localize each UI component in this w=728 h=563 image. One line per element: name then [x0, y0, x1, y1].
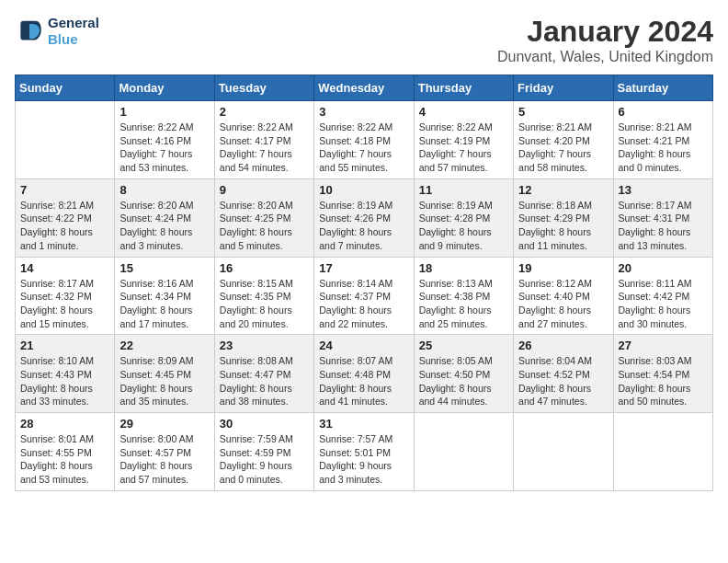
day-number: 20 [619, 261, 708, 275]
sunrise: Sunrise: 8:01 AM [20, 432, 109, 446]
calendar-cell: 31Sunrise: 7:57 AMSunset: 5:01 PMDayligh… [314, 413, 414, 491]
day-info: Sunrise: 8:21 AMSunset: 4:20 PMDaylight:… [518, 121, 608, 175]
sunset: Sunset: 4:59 PM [220, 446, 309, 460]
sunrise: Sunrise: 8:22 AM [419, 121, 508, 134]
sunset: Sunset: 4:17 PM [220, 134, 309, 148]
sunrise: Sunrise: 8:05 AM [419, 354, 508, 368]
day-info: Sunrise: 8:22 AMSunset: 4:16 PMDaylight:… [119, 121, 209, 175]
sunset: Sunset: 4:25 PM [220, 212, 309, 225]
sunset: Sunset: 4:24 PM [119, 212, 209, 225]
calendar-cell: 30Sunrise: 7:59 AMSunset: 4:59 PMDayligh… [214, 413, 313, 491]
day-info: Sunrise: 8:12 AMSunset: 4:40 PMDaylight:… [518, 277, 608, 331]
calendar-cell: 4Sunrise: 8:22 AMSunset: 4:19 PMDaylight… [414, 101, 513, 179]
header-monday: Monday [115, 75, 214, 101]
daylight: Daylight: 8 hours and 20 minutes. [220, 304, 309, 330]
calendar-cell: 12Sunrise: 8:18 AMSunset: 4:29 PMDayligh… [514, 178, 613, 257]
calendar-cell: 1Sunrise: 8:22 AMSunset: 4:16 PMDaylight… [115, 101, 214, 179]
sunset: Sunset: 4:52 PM [518, 368, 608, 382]
day-number: 4 [419, 105, 508, 119]
header-sunday: Sunday [16, 75, 115, 101]
day-info: Sunrise: 8:11 AMSunset: 4:42 PMDaylight:… [619, 277, 708, 331]
daylight: Daylight: 8 hours and 9 minutes. [419, 225, 508, 252]
day-info: Sunrise: 8:21 AMSunset: 4:22 PMDaylight:… [20, 199, 109, 253]
daylight: Daylight: 8 hours and 11 minutes. [518, 225, 608, 252]
sunset: Sunset: 4:19 PM [419, 134, 508, 148]
day-number: 9 [220, 183, 309, 197]
day-number: 1 [119, 105, 209, 119]
calendar-cell: 23Sunrise: 8:08 AMSunset: 4:47 PMDayligh… [214, 335, 313, 413]
calendar-subtitle: Dunvant, Wales, United Kingdom [497, 49, 713, 65]
day-info: Sunrise: 8:09 AMSunset: 4:45 PMDaylight:… [119, 354, 209, 408]
day-info: Sunrise: 8:18 AMSunset: 4:29 PMDaylight:… [518, 199, 608, 253]
daylight: Daylight: 8 hours and 5 minutes. [220, 225, 309, 252]
daylight: Daylight: 8 hours and 35 minutes. [119, 382, 209, 408]
calendar-cell [16, 101, 115, 179]
calendar-week-row: 14Sunrise: 8:17 AMSunset: 4:32 PMDayligh… [16, 257, 713, 335]
sunset: Sunset: 4:21 PM [619, 134, 708, 148]
daylight: Daylight: 9 hours and 3 minutes. [319, 459, 408, 486]
logo-text: General Blue [48, 15, 99, 48]
day-info: Sunrise: 8:05 AMSunset: 4:50 PMDaylight:… [419, 354, 508, 408]
sunset: Sunset: 4:20 PM [518, 134, 608, 148]
sunrise: Sunrise: 7:59 AM [220, 432, 309, 446]
day-number: 7 [20, 183, 109, 197]
sunset: Sunset: 4:48 PM [319, 368, 408, 382]
day-number: 17 [319, 261, 408, 275]
calendar-cell: 7Sunrise: 8:21 AMSunset: 4:22 PMDaylight… [16, 178, 115, 257]
day-number: 15 [119, 261, 209, 275]
sunrise: Sunrise: 8:12 AM [518, 277, 608, 291]
header-wednesday: Wednesday [314, 75, 414, 101]
header-tuesday: Tuesday [214, 75, 313, 101]
day-info: Sunrise: 8:01 AMSunset: 4:55 PMDaylight:… [20, 432, 109, 487]
daylight: Daylight: 8 hours and 47 minutes. [518, 382, 608, 408]
calendar-cell [514, 413, 613, 491]
calendar-cell: 8Sunrise: 8:20 AMSunset: 4:24 PMDaylight… [115, 178, 214, 257]
day-info: Sunrise: 8:17 AMSunset: 4:31 PMDaylight:… [619, 199, 708, 253]
sunrise: Sunrise: 8:19 AM [419, 199, 508, 213]
daylight: Daylight: 9 hours and 0 minutes. [220, 459, 309, 486]
day-number: 27 [619, 339, 708, 352]
day-number: 28 [20, 417, 109, 431]
daylight: Daylight: 7 hours and 55 minutes. [319, 147, 408, 174]
sunrise: Sunrise: 8:08 AM [220, 354, 309, 368]
calendar-cell: 3Sunrise: 8:22 AMSunset: 4:18 PMDaylight… [314, 101, 414, 179]
sunrise: Sunrise: 8:19 AM [319, 199, 408, 213]
calendar-cell: 24Sunrise: 8:07 AMSunset: 4:48 PMDayligh… [314, 335, 414, 413]
sunset: Sunset: 4:16 PM [119, 134, 209, 148]
day-info: Sunrise: 8:20 AMSunset: 4:24 PMDaylight:… [119, 199, 209, 253]
day-info: Sunrise: 7:59 AMSunset: 4:59 PMDaylight:… [220, 432, 309, 487]
day-info: Sunrise: 8:19 AMSunset: 4:28 PMDaylight:… [419, 199, 508, 253]
calendar-cell: 16Sunrise: 8:15 AMSunset: 4:35 PMDayligh… [214, 257, 313, 335]
day-number: 6 [619, 105, 708, 119]
calendar-cell: 9Sunrise: 8:20 AMSunset: 4:25 PMDaylight… [214, 178, 313, 257]
calendar-cell: 19Sunrise: 8:12 AMSunset: 4:40 PMDayligh… [514, 257, 613, 335]
day-number: 24 [319, 339, 408, 352]
calendar-cell: 25Sunrise: 8:05 AMSunset: 4:50 PMDayligh… [414, 335, 513, 413]
logo-icon [15, 17, 44, 46]
day-number: 5 [518, 105, 608, 119]
sunset: Sunset: 4:22 PM [20, 212, 109, 225]
sunset: Sunset: 4:43 PM [20, 368, 109, 382]
day-info: Sunrise: 7:57 AMSunset: 5:01 PMDaylight:… [319, 432, 408, 487]
daylight: Daylight: 8 hours and 25 minutes. [419, 304, 508, 330]
day-number: 29 [119, 417, 209, 431]
logo: General Blue [15, 15, 99, 48]
calendar-cell [414, 413, 513, 491]
sunrise: Sunrise: 8:21 AM [20, 199, 109, 213]
sunrise: Sunrise: 8:18 AM [518, 199, 608, 213]
header-thursday: Thursday [414, 75, 513, 101]
header: General Blue January 2024 Dunvant, Wales… [15, 15, 713, 65]
calendar-title: January 2024 [497, 15, 713, 49]
sunrise: Sunrise: 8:11 AM [619, 277, 708, 291]
daylight: Daylight: 8 hours and 22 minutes. [319, 304, 408, 330]
day-number: 19 [518, 261, 608, 275]
sunrise: Sunrise: 8:00 AM [119, 432, 209, 446]
sunrise: Sunrise: 8:21 AM [619, 121, 708, 134]
daylight: Daylight: 8 hours and 30 minutes. [619, 304, 708, 330]
day-number: 30 [220, 417, 309, 431]
calendar-cell: 28Sunrise: 8:01 AMSunset: 4:55 PMDayligh… [16, 413, 115, 491]
sunset: Sunset: 4:34 PM [119, 290, 209, 304]
sunset: Sunset: 4:45 PM [119, 368, 209, 382]
day-info: Sunrise: 8:00 AMSunset: 4:57 PMDaylight:… [119, 432, 209, 487]
calendar-cell: 6Sunrise: 8:21 AMSunset: 4:21 PMDaylight… [613, 101, 712, 179]
